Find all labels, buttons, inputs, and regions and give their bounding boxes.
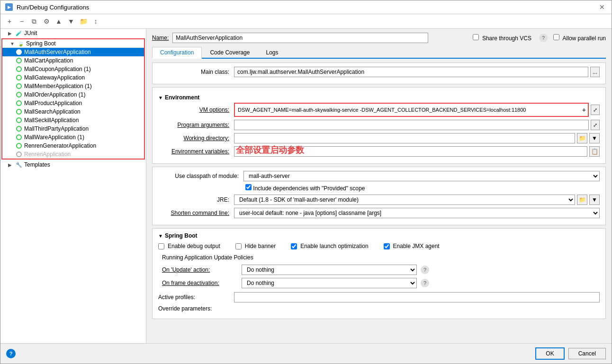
cancel-button[interactable]: Cancel <box>568 348 606 359</box>
spring-boot-section: ▼ 🍃 Spring Boot MallAuthServerApplicatio… <box>1 38 145 160</box>
enable-launch-text: Enable launch optimization <box>300 243 368 249</box>
share-help-icon[interactable]: ? <box>539 34 548 42</box>
mallthird-icon <box>16 125 22 132</box>
running-policies-label: Running Application Update Policies <box>162 254 600 261</box>
spring-boot-arrow: ▼ <box>10 41 16 46</box>
name-input[interactable] <box>172 33 428 43</box>
vm-options-add-button[interactable]: + <box>580 105 588 115</box>
on-frame-select[interactable]: Do nothing <box>242 278 417 288</box>
jre-select[interactable]: Default (1.8 - SDK of 'mall-auth-server'… <box>234 195 575 205</box>
jre-arrow-button[interactable]: ▼ <box>589 195 600 205</box>
spring-boot-config-header[interactable]: ▼ Spring Boot <box>158 232 600 239</box>
tree-item-renren[interactable]: RenrenApplication <box>2 150 144 159</box>
active-profiles-input[interactable] <box>234 292 600 302</box>
running-policies-section: Running Application Update Policies On '… <box>162 254 600 288</box>
working-dir-browse-button[interactable]: 📁 <box>577 133 587 143</box>
add-button[interactable]: + <box>4 16 15 27</box>
tree-item-mallauth[interactable]: MallAuthServerApplication <box>2 48 144 56</box>
hide-banner-checkbox[interactable] <box>235 243 242 249</box>
tree-item-mallproduct[interactable]: MallProductApplication <box>2 99 144 107</box>
mallgateway-icon <box>16 74 22 81</box>
enable-launch-checkbox[interactable] <box>291 243 297 249</box>
main-class-label: Main class: <box>158 69 234 75</box>
close-button[interactable]: ✕ <box>599 3 607 11</box>
include-deps-checkbox[interactable] <box>245 184 252 190</box>
tree-item-spring-boot[interactable]: ▼ 🍃 Spring Boot <box>2 39 144 48</box>
mallmember-icon <box>16 83 22 89</box>
tab-configuration[interactable]: Configuration <box>152 47 202 59</box>
window-icon: ▶ <box>5 3 13 11</box>
hide-banner-label[interactable]: Hide banner <box>235 243 276 249</box>
program-args-expand-button[interactable]: ⤢ <box>591 120 600 130</box>
main-class-browse-button[interactable]: ... <box>590 67 600 77</box>
mallauth-icon <box>16 49 22 55</box>
working-dir-input[interactable] <box>234 133 575 143</box>
junit-arrow: ▶ <box>8 31 14 36</box>
share-checkbox[interactable] <box>473 34 479 40</box>
allow-parallel-checkbox[interactable] <box>553 34 559 40</box>
copy-button[interactable]: ⧉ <box>29 16 39 27</box>
help-button[interactable]: ? <box>6 349 16 358</box>
env-vars-browse-button[interactable]: 📋 <box>589 146 600 157</box>
templates-arrow: ▶ <box>8 162 14 168</box>
vm-options-input[interactable] <box>235 104 580 116</box>
tree-item-mallseckill[interactable]: MallSeckillApplication <box>2 116 144 124</box>
mallseckill-label: MallSeckillApplication <box>24 117 79 124</box>
vm-options-expand-button[interactable]: ⤢ <box>591 105 600 115</box>
jre-browse-button[interactable]: 📁 <box>577 195 587 205</box>
templates-icon: 🔧 <box>16 161 22 168</box>
on-frame-help-icon[interactable]: ? <box>421 279 429 287</box>
active-profiles-label: Active profiles: <box>158 294 234 301</box>
spring-boot-section-label: Spring Boot <box>165 232 198 239</box>
enable-debug-checkbox[interactable] <box>158 243 164 249</box>
renrengenerator-icon <box>16 142 22 149</box>
spring-boot-config-section: ▼ Spring Boot Enable debug output Hide b… <box>152 228 606 319</box>
on-update-help-icon[interactable]: ? <box>421 266 429 274</box>
tree-item-mallgateway[interactable]: MallGatewayApplication <box>2 73 144 82</box>
tree-item-mallcart[interactable]: MallCartApplication <box>2 56 144 65</box>
tree-item-mallorder[interactable]: MallOrderApplication (1) <box>2 90 144 99</box>
mallcart-label: MallCartApplication <box>24 57 73 64</box>
enable-launch-label[interactable]: Enable launch optimization <box>291 243 368 249</box>
enable-jmx-checkbox[interactable] <box>384 243 390 249</box>
tree-item-mallcoupon[interactable]: MallCouponApplication (1) <box>2 65 144 73</box>
sort-button[interactable]: ↕ <box>90 16 101 27</box>
remove-button[interactable]: − <box>17 16 27 27</box>
env-vars-input[interactable] <box>234 146 587 157</box>
renrengenerator-label: RenrenGeneratorApplication <box>24 142 96 149</box>
tree-item-mallthird[interactable]: MallThirdPartyApplication <box>2 124 144 133</box>
include-deps-label[interactable]: Include dependencies with "Provided" sco… <box>245 184 365 192</box>
tabs: Configuration Code Coverage Logs <box>152 47 606 59</box>
main-class-input[interactable] <box>234 67 588 77</box>
main-content: ▶ 🧪 JUnit ▼ 🍃 Spring Boot MallAuthServer… <box>0 29 612 343</box>
move-down-button[interactable]: ▼ <box>66 16 76 27</box>
tree-item-mallsearch[interactable]: MallSearchApplication <box>2 107 144 116</box>
tree-item-templates[interactable]: ▶ 🔧 Templates <box>0 160 146 169</box>
mallware-label: MallWareApplication (1) <box>24 134 84 141</box>
spring-boot-expand-icon: ▼ <box>158 233 163 239</box>
mallorder-icon <box>16 91 22 98</box>
folder-button[interactable]: 📁 <box>78 16 89 27</box>
working-dir-arrow-button[interactable]: ▼ <box>589 133 600 143</box>
ok-button[interactable]: OK <box>535 347 564 360</box>
shorten-cmd-select[interactable]: user-local default: none - java [options… <box>234 208 600 218</box>
move-up-button[interactable]: ▲ <box>54 16 64 27</box>
enable-jmx-label[interactable]: Enable JMX agent <box>384 243 440 249</box>
tree-item-mallmember[interactable]: MallMemberApplication (1) <box>2 82 144 90</box>
tree-item-renrengenerator[interactable]: RenrenGeneratorApplication <box>2 142 144 150</box>
program-args-input[interactable] <box>234 120 589 130</box>
tab-code-coverage[interactable]: Code Coverage <box>202 47 258 58</box>
mallgateway-label: MallGatewayApplication <box>24 74 85 81</box>
allow-parallel-label[interactable]: Allow parallel run <box>553 34 606 42</box>
use-classpath-select[interactable]: mall-auth-server <box>243 171 600 181</box>
on-update-select[interactable]: Do nothing <box>242 265 417 275</box>
tree-item-junit[interactable]: ▶ 🧪 JUnit <box>0 29 146 37</box>
mallproduct-label: MallProductApplication <box>24 100 82 107</box>
settings-button[interactable]: ⚙ <box>41 16 52 27</box>
title-bar: ▶ Run/Debug Configurations ✕ <box>0 0 612 14</box>
enable-debug-label[interactable]: Enable debug output <box>158 243 220 249</box>
tab-logs[interactable]: Logs <box>258 47 286 58</box>
share-checkbox-label[interactable]: Share through VCS <box>473 34 531 42</box>
tree-item-mallware[interactable]: MallWareApplication (1) <box>2 133 144 142</box>
environment-section-header[interactable]: ▼ Environment <box>158 94 600 101</box>
